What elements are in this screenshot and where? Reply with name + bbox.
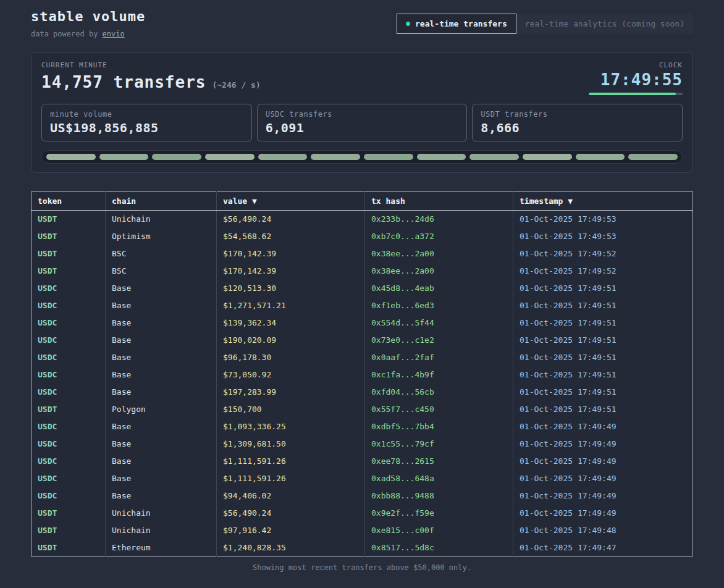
token-cell: USDC — [32, 297, 106, 314]
tab-real-time-analytics[interactable]: real-time analytics (coming soon) — [516, 14, 693, 34]
table-row: USDCBase$1,093,336.250xdbf5...7bb401-Oct… — [32, 418, 693, 435]
chain-cell: BSC — [106, 262, 217, 280]
progress-segment — [46, 154, 96, 160]
col-token: token — [32, 192, 106, 211]
value-cell: $139,362.34 — [217, 314, 365, 332]
table-row: USDTOptimism$54,568.620xb7c0...a37201-Oc… — [32, 228, 693, 245]
value-cell: $56,490.24 — [217, 505, 365, 522]
table-row: USDCBase$1,271,571.210xf1eb...6ed301-Oct… — [32, 297, 693, 314]
chain-cell: Unichain — [106, 522, 217, 539]
clock-progress-fill — [589, 93, 676, 95]
envio-link[interactable]: envio — [103, 30, 125, 38]
powered-by-text: data powered by — [31, 30, 103, 38]
table-row: USDCBase$73,050.920xc1fa...4b9f01-Oct-20… — [32, 366, 693, 384]
table-row: USDCBase$96,178.300x0aaf...2faf01-Oct-20… — [32, 349, 693, 366]
table-row: USDCBase$1,111,591.260xee78...261501-Oct… — [32, 453, 693, 470]
tx-hash-cell: 0xdbf5...7bb4 — [365, 418, 513, 435]
timestamp-cell: 01-Oct-2025 17:49:49 — [513, 505, 693, 522]
token-cell: USDT — [32, 262, 106, 280]
col-value-sort[interactable]: value ▼ — [217, 192, 365, 211]
powered-by: data powered by envio — [31, 30, 145, 38]
table-row: USDCBase$190,020.090x73e0...c1e201-Oct-2… — [32, 332, 693, 349]
tx-hash-cell: 0x73e0...c1e2 — [365, 332, 513, 349]
timestamp-cell: 01-Oct-2025 17:49:51 — [513, 384, 693, 401]
value-cell: $150,700 — [217, 401, 365, 418]
stat-label: USDT transfers — [481, 110, 674, 119]
token-cell: USDC — [32, 366, 106, 384]
tx-hash-cell: 0xbb88...9488 — [365, 487, 513, 505]
token-cell: USDT — [32, 401, 106, 418]
token-cell: USDC — [32, 470, 106, 487]
col-timestamp-sort[interactable]: timestamp ▼ — [513, 192, 693, 211]
tx-hash-cell: 0xc1fa...4b9f — [365, 366, 513, 384]
tx-hash-cell: 0x554d...5f44 — [365, 314, 513, 332]
stat-cards: minute volume US$198,856,885 USDC transf… — [41, 104, 683, 141]
token-cell: USDC — [32, 453, 106, 470]
progress-segment — [258, 154, 308, 160]
table-row: USDTUnichain$97,916.420xe815...c00f01-Oc… — [32, 522, 693, 539]
minute-progress-bar — [41, 150, 683, 164]
token-cell: USDC — [32, 332, 106, 349]
count-line: 14,757 transfers (~246 / s) — [41, 73, 261, 91]
tx-hash-cell: 0x1c55...79cf — [365, 435, 513, 453]
timestamp-cell: 01-Oct-2025 17:49:49 — [513, 418, 693, 435]
timestamp-cell: 01-Oct-2025 17:49:51 — [513, 349, 693, 366]
value-cell: $1,309,681.50 — [217, 435, 365, 453]
stat-card-minute-volume: minute volume US$198,856,885 — [41, 104, 252, 141]
timestamp-cell: 01-Oct-2025 17:49:49 — [513, 435, 693, 453]
value-cell: $1,271,571.21 — [217, 297, 365, 314]
chain-cell: Optimism — [106, 228, 217, 245]
timestamp-cell: 01-Oct-2025 17:49:51 — [513, 297, 693, 314]
table-row: USDCBase$120,513.300x45d8...4eab01-Oct-2… — [32, 280, 693, 297]
timestamp-cell: 01-Oct-2025 17:49:49 — [513, 453, 693, 470]
value-cell: $1,093,336.25 — [217, 418, 365, 435]
tx-hash-cell: 0x38ee...2a00 — [365, 245, 513, 262]
value-cell: $170,142.39 — [217, 262, 365, 280]
progress-segment — [523, 154, 572, 160]
table-row: USDTUnichain$56,490.240x233b...24d601-Oc… — [32, 211, 693, 228]
page-title: stable volume — [31, 9, 145, 24]
tx-hash-cell: 0x38ee...2a00 — [365, 262, 513, 280]
token-cell: USDC — [32, 280, 106, 297]
current-minute-panel: CURRENT MINUTE 14,757 transfers (~246 / … — [31, 52, 693, 173]
chain-cell: Unichain — [106, 211, 217, 228]
value-cell: $96,178.30 — [217, 349, 365, 366]
tx-hash-cell: 0xad58...648a — [365, 470, 513, 487]
chain-cell: Base — [106, 280, 217, 297]
clock-time: 17:49:55 — [589, 70, 683, 89]
value-cell: $120,513.30 — [217, 280, 365, 297]
chain-cell: Base — [106, 453, 217, 470]
chain-cell: Base — [106, 314, 217, 332]
token-cell: USDT — [32, 522, 106, 539]
stat-label: minute volume — [50, 110, 243, 119]
table-row: USDCBase$197,283.990xfd04...56cb01-Oct-2… — [32, 384, 693, 401]
token-cell: USDC — [32, 349, 106, 366]
transfers-summary: CURRENT MINUTE 14,757 transfers (~246 / … — [41, 61, 261, 91]
clock-label: CLOCK — [589, 61, 683, 69]
chain-cell: Polygon — [106, 401, 217, 418]
transfers-table: token chain value ▼ tx hash timestamp ▼ … — [31, 191, 693, 556]
timestamp-cell: 01-Oct-2025 17:49:51 — [513, 280, 693, 297]
tx-hash-cell: 0xe815...c00f — [365, 522, 513, 539]
tx-hash-cell: 0x9e2f...f59e — [365, 505, 513, 522]
tx-hash-cell: 0x55f7...c450 — [365, 401, 513, 418]
chain-cell: BSC — [106, 245, 217, 262]
table-row: USDCBase$94,406.020xbb88...948801-Oct-20… — [32, 487, 693, 505]
token-cell: USDT — [32, 539, 106, 556]
tx-hash-cell: 0xb7c0...a372 — [365, 228, 513, 245]
clock-box: CLOCK 17:49:55 — [589, 61, 683, 95]
col-tx-hash: tx hash — [365, 192, 513, 211]
value-cell: $197,283.99 — [217, 384, 365, 401]
chain-cell: Base — [106, 384, 217, 401]
timestamp-cell: 01-Oct-2025 17:49:53 — [513, 228, 693, 245]
tx-hash-cell: 0x233b...24d6 — [365, 211, 513, 228]
table-row: USDTPolygon$150,7000x55f7...c45001-Oct-2… — [32, 401, 693, 418]
progress-segment — [628, 154, 678, 160]
panel-top-row: CURRENT MINUTE 14,757 transfers (~246 / … — [41, 61, 683, 95]
timestamp-cell: 01-Oct-2025 17:49:51 — [513, 401, 693, 418]
tab-real-time-transfers[interactable]: real-time transfers — [397, 14, 516, 34]
chain-cell: Base — [106, 435, 217, 453]
value-cell: $73,050.92 — [217, 366, 365, 384]
value-cell: $170,142.39 — [217, 245, 365, 262]
table-row: USDTEthereum$1,240,828.350x8517...5d8c01… — [32, 539, 693, 556]
